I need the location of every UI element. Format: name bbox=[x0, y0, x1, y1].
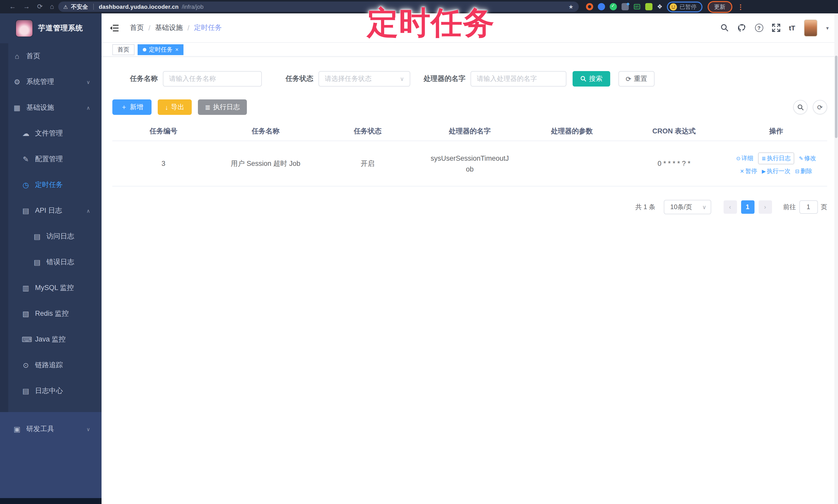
security-warning-label[interactable]: 不安全 bbox=[71, 3, 88, 11]
breadcrumb-separator: / bbox=[149, 24, 151, 32]
sidebar-item-mysql-monitor[interactable]: ▥ MySQL 监控 bbox=[0, 275, 102, 301]
browser-nav: ← → ⟳ ⌂ bbox=[4, 0, 58, 13]
extensions-puzzle-icon[interactable]: ❖ bbox=[657, 3, 663, 10]
pause-link[interactable]: ✕暂停 bbox=[740, 167, 757, 175]
screen: ← → ⟳ ⌂ ⚠ 不安全 dashboard.yudao.iocoder.cn… bbox=[0, 0, 838, 504]
reload-icon[interactable]: ⟳ bbox=[37, 0, 43, 13]
sidebar-item-label: Redis 监控 bbox=[35, 309, 69, 318]
home-menu-icon: ⌂ bbox=[13, 52, 21, 60]
sidebar-item-error-log[interactable]: ▤ 错误日志 bbox=[0, 249, 102, 275]
sidebar-item-label: 错误日志 bbox=[46, 257, 74, 267]
sidebar-item-java-monitor[interactable]: ⌨ Java 监控 bbox=[0, 327, 102, 352]
security-warning-icon: ⚠ bbox=[64, 4, 68, 10]
sidebar-item-system-management[interactable]: ⚙ 系统管理 ∨ bbox=[0, 69, 102, 95]
page-size-select[interactable]: 10条/页 ∨ bbox=[664, 200, 711, 214]
sidebar-menu: ⌂ 首页 ⚙ 系统管理 ∨ ▦ 基础设施 ∧ ☁ 文件管理 bbox=[0, 43, 102, 404]
tab-scheduled-jobs[interactable]: 定时任务 × bbox=[138, 44, 184, 55]
breadcrumb-home[interactable]: 首页 bbox=[130, 23, 144, 33]
refresh-table-button[interactable]: ⟳ bbox=[813, 100, 827, 114]
browser-menu-icon[interactable]: ⋮ bbox=[737, 3, 744, 11]
add-button-label: 新增 bbox=[130, 103, 143, 112]
user-avatar[interactable] bbox=[804, 19, 817, 36]
sidebar-tools-section: ▣ 研发工具 ∨ bbox=[0, 412, 102, 498]
page-content: 任务名称 请输入任务名称 任务状态 请选择任务状态 ∨ 处理器的名字 请输入处理… bbox=[102, 57, 838, 214]
chevron-down-icon: ∨ bbox=[86, 79, 90, 85]
user-menu-caret-icon[interactable]: ▾ bbox=[826, 25, 829, 31]
plus-icon: ＋ bbox=[121, 103, 127, 112]
sidebar-item-access-log[interactable]: ▤ 访问日志 bbox=[0, 223, 102, 249]
extension-icon-orange[interactable] bbox=[586, 3, 593, 10]
github-icon[interactable] bbox=[737, 24, 746, 32]
exec-log-button[interactable]: ≣ 执行日志 bbox=[198, 100, 247, 115]
navbar-actions: ? tT ▾ bbox=[720, 19, 829, 36]
chevron-down-icon: ∨ bbox=[400, 75, 404, 82]
fullscreen-icon[interactable] bbox=[772, 24, 780, 32]
goto-page-input[interactable]: 1 bbox=[799, 200, 818, 214]
forward-icon[interactable]: → bbox=[23, 0, 30, 13]
handler-name-input[interactable]: 请输入处理器的名字 bbox=[471, 71, 566, 87]
add-button[interactable]: ＋ 新增 bbox=[112, 100, 152, 115]
omnibox-divider bbox=[93, 4, 93, 10]
help-icon[interactable]: ? bbox=[755, 24, 763, 32]
document-icon: ▤ bbox=[33, 258, 41, 266]
tab-close-icon[interactable]: × bbox=[175, 46, 179, 53]
total-count: 共 1 条 bbox=[635, 203, 655, 212]
address-bar[interactable]: ⚠ 不安全 dashboard.yudao.iocoder.cn /infra/… bbox=[58, 2, 579, 12]
prev-page-button[interactable]: ‹ bbox=[723, 200, 737, 214]
edit-label: 修改 bbox=[804, 154, 816, 162]
sidebar-item-tracing[interactable]: ⊙ 链路追踪 bbox=[0, 352, 102, 378]
cell-job-id: 3 bbox=[112, 155, 214, 173]
scrollbar-thumb[interactable] bbox=[835, 56, 837, 138]
timer-icon: ◷ bbox=[22, 181, 30, 189]
briefcase-icon: ▣ bbox=[13, 425, 21, 433]
browser-update-button[interactable]: 更新 bbox=[708, 1, 732, 13]
sidebar-item-file-management[interactable]: ☁ 文件管理 bbox=[0, 121, 102, 146]
job-name-input[interactable]: 请输入任务名称 bbox=[163, 71, 262, 87]
search-icon[interactable] bbox=[720, 24, 729, 32]
sidebar-item-api-log[interactable]: ▤ API 日志 ∧ bbox=[0, 198, 102, 223]
page-1-button[interactable]: 1 bbox=[741, 200, 754, 214]
bookmark-star-icon[interactable]: ★ bbox=[569, 3, 574, 10]
edit-link[interactable]: ✎修改 bbox=[799, 154, 816, 162]
sidebar-logo-row[interactable]: 芋道管理系统 bbox=[0, 13, 102, 43]
pause-label: 暂停 bbox=[745, 167, 757, 175]
export-button[interactable]: ↓ 导出 bbox=[158, 100, 191, 115]
sidebar-item-home[interactable]: ⌂ 首页 bbox=[0, 43, 102, 69]
home-icon[interactable]: ⌂ bbox=[50, 0, 54, 13]
tab-home[interactable]: 首页 bbox=[112, 44, 135, 55]
extension-icon-grid[interactable] bbox=[622, 3, 629, 10]
breadcrumb-infrastructure[interactable]: 基础设施 bbox=[155, 23, 183, 33]
back-icon[interactable]: ← bbox=[9, 0, 16, 13]
trash-icon: ⊟ bbox=[795, 168, 800, 174]
extension-icon-on-badge[interactable] bbox=[633, 3, 641, 10]
sidebar-fold-icon[interactable] bbox=[110, 24, 119, 32]
cloud-upload-icon: ☁ bbox=[22, 129, 30, 138]
toggle-search-button[interactable] bbox=[793, 100, 808, 114]
sidebar-item-infrastructure[interactable]: ▦ 基础设施 ∧ bbox=[0, 95, 102, 121]
sidebar-item-scheduled-jobs[interactable]: ◷ 定时任务 bbox=[0, 172, 102, 198]
sidebar-item-config-management[interactable]: ✎ 配置管理 bbox=[0, 146, 102, 172]
document-icon: ▤ bbox=[33, 232, 41, 240]
row-exec-log-link[interactable]: ≣执行日志 bbox=[758, 152, 794, 164]
job-status-select[interactable]: 请选择任务状态 ∨ bbox=[318, 71, 410, 87]
reset-button[interactable]: ⟳ 重置 bbox=[618, 71, 654, 87]
run-once-link[interactable]: ▶执行一次 bbox=[762, 167, 790, 175]
sidebar-item-dev-tools[interactable]: ▣ 研发工具 ∨ bbox=[0, 416, 102, 442]
extension-icon-key[interactable] bbox=[645, 3, 652, 10]
profile-paused-badge[interactable]: 已暂停 bbox=[667, 1, 702, 12]
sidebar-item-label: 日志中心 bbox=[35, 386, 63, 396]
sidebar-item-redis-monitor[interactable]: ▧ Redis 监控 bbox=[0, 301, 102, 327]
next-page-button[interactable]: › bbox=[758, 200, 772, 214]
job-name-label: 任务名称 bbox=[130, 74, 158, 84]
font-size-icon[interactable]: tT bbox=[789, 24, 795, 32]
page-scrollbar[interactable] bbox=[834, 13, 838, 504]
delete-link[interactable]: ⊟删除 bbox=[795, 167, 813, 175]
search-button[interactable]: 搜索 bbox=[573, 71, 610, 87]
extension-icon-green-check[interactable] bbox=[610, 3, 617, 10]
detail-link[interactable]: ⊙详细 bbox=[736, 154, 753, 162]
sidebar-item-label: 文件管理 bbox=[35, 129, 63, 138]
col-job-name: 任务名称 bbox=[214, 123, 316, 141]
edit-icon: ✎ bbox=[799, 155, 803, 161]
sidebar-item-log-center[interactable]: ▤ 日志中心 bbox=[0, 378, 102, 404]
extension-icon-blue[interactable] bbox=[598, 3, 605, 10]
